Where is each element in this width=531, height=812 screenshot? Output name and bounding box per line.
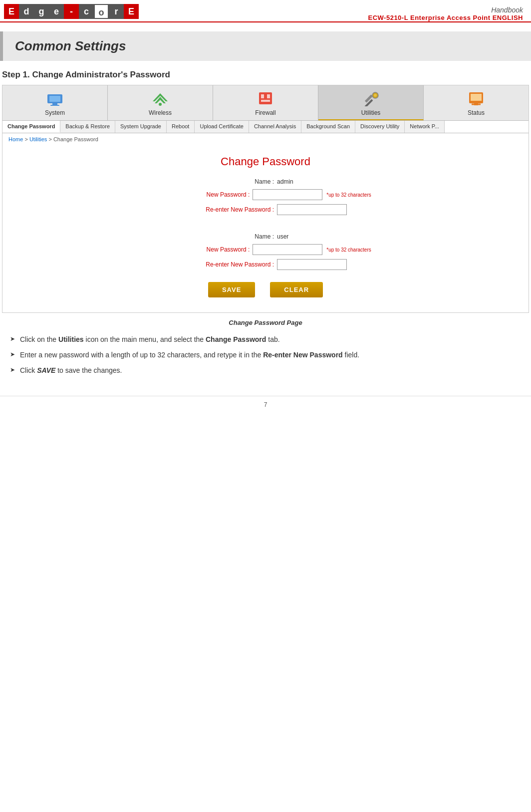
svg-rect-8 (261, 94, 264, 98)
page-number: 7 (264, 401, 267, 408)
sub-tab-upload-cert[interactable]: Upload Certificate (195, 121, 249, 133)
nav-label-firewall: Firewall (255, 109, 275, 116)
svg-rect-10 (261, 100, 270, 102)
page-title: Change Password (22, 155, 509, 168)
step-heading: Step 1. Change Administrator's Password (0, 70, 531, 80)
admin-name-value: admin (277, 178, 347, 185)
utilities-icon (361, 89, 381, 107)
admin-new-password-row: New Password : *up to 32 characters (22, 189, 509, 200)
instruction-3-text-plain: Click (20, 366, 37, 374)
instruction-1-bold2: Change Password (206, 335, 266, 343)
svg-rect-1 (49, 96, 60, 102)
nav-label-utilities: Utilities (361, 109, 381, 116)
nav-item-status[interactable]: Status (424, 85, 529, 120)
svg-point-6 (159, 103, 162, 106)
sub-tab-change-password[interactable]: Change Password (2, 121, 60, 133)
user-reenter-label: Re-enter New Password : (184, 261, 274, 268)
logo-box: E d g e - c o r E (4, 4, 139, 19)
user-section: Name : user New Password : *up to 32 cha… (22, 233, 509, 270)
user-new-password-row: New Password : *up to 32 characters (22, 244, 509, 255)
status-icon (466, 89, 486, 107)
admin-reenter-row: Re-enter New Password : (22, 204, 509, 215)
handbook-label: Handbook (368, 6, 523, 14)
instruction-3-italic-bold: SAVE (37, 366, 55, 374)
sub-tab-backup-restore[interactable]: Backup & Restore (60, 121, 115, 133)
instruction-3: Click SAVE to save the changes. (10, 365, 521, 376)
user-name-label: Name : (184, 233, 274, 240)
user-new-password-hint: *up to 32 characters (326, 247, 371, 253)
sub-tabs: Change Password Backup & Restore System … (2, 121, 529, 133)
sub-tab-discovery-utility[interactable]: Discovery Utility (355, 121, 405, 133)
svg-rect-9 (267, 94, 270, 98)
nav-label-status: Status (468, 109, 485, 116)
breadcrumb-home[interactable]: Home (8, 136, 23, 142)
instruction-1-text-mid: icon on the main menu, and select the (84, 335, 206, 343)
breadcrumb-sep2: > (48, 136, 53, 142)
instruction-3-text-end: to save the changes. (55, 366, 122, 374)
banner-title: Common Settings (15, 38, 519, 54)
svg-point-13 (374, 94, 377, 97)
nav-label-system: System (45, 109, 65, 116)
logo-letter-E2: E (124, 4, 139, 19)
logo-letter-e: e (49, 4, 64, 19)
firewall-icon (256, 89, 275, 107)
system-icon (45, 89, 65, 107)
user-name-value: user (277, 233, 347, 240)
sub-tab-channel-analysis[interactable]: Channel Analysis (249, 121, 301, 133)
nav-item-wireless[interactable]: Wireless (108, 85, 213, 120)
logo-letter-E1: E (4, 4, 19, 19)
user-new-password-input[interactable] (253, 244, 322, 255)
admin-reenter-label: Re-enter New Password : (184, 206, 274, 213)
instruction-2-text-plain: Enter a new password with a length of up… (20, 351, 263, 359)
caption: Change Password Page (0, 319, 531, 326)
user-reenter-row: Re-enter New Password : (22, 259, 509, 270)
admin-name-row: Name : admin (22, 178, 509, 185)
logo-letter-o: o (94, 4, 109, 19)
language-label: ENGLISH (493, 14, 523, 21)
clear-button[interactable]: CLEAR (270, 282, 323, 297)
svg-rect-2 (52, 103, 57, 105)
logo-letter-c: c (79, 4, 94, 19)
logo-letter-g: g (34, 4, 49, 19)
sub-tab-background-scan[interactable]: Background Scan (301, 121, 355, 133)
footer: 7 (0, 396, 531, 413)
breadcrumb-current: Change Password (53, 136, 98, 142)
admin-section: Name : admin New Password : *up to 32 ch… (22, 178, 509, 215)
instructions: Click on the Utilities icon on the main … (0, 334, 531, 376)
admin-new-password-input[interactable] (253, 189, 322, 200)
ui-screenshot: System Wireless Firewall (2, 85, 529, 313)
sub-tab-reboot[interactable]: Reboot (167, 121, 195, 133)
admin-reenter-input[interactable] (277, 204, 347, 215)
sub-tab-network[interactable]: Network P... (405, 121, 445, 133)
svg-rect-18 (474, 103, 478, 105)
logo-letter-dash: - (64, 4, 79, 19)
svg-rect-16 (471, 94, 482, 101)
instruction-2-bold: Re-enter New Password (263, 351, 343, 359)
wireless-icon (150, 89, 170, 107)
main-nav: System Wireless Firewall (2, 85, 529, 121)
model-text: ECW-5210-L Enterprise Access Point (368, 14, 491, 21)
user-reenter-input[interactable] (277, 259, 347, 270)
instruction-2-text-end: field. (343, 351, 359, 359)
header-model: ECW-5210-L Enterprise Access Point ENGLI… (368, 14, 523, 21)
button-row: SAVE CLEAR (22, 282, 509, 297)
instruction-1-text-end: tab. (266, 335, 279, 343)
instruction-1-bold1: Utilities (58, 335, 84, 343)
nav-item-system[interactable]: System (2, 85, 108, 120)
breadcrumb-sep1: > (24, 136, 29, 142)
breadcrumb: Home > Utilities > Change Password (2, 133, 529, 145)
admin-name-label: Name : (184, 178, 274, 185)
header-right: Handbook ECW-5210-L Enterprise Access Po… (368, 4, 523, 21)
save-button[interactable]: SAVE (208, 282, 255, 297)
sub-tab-system-upgrade[interactable]: System Upgrade (115, 121, 167, 133)
instruction-2: Enter a new password with a length of up… (10, 350, 521, 360)
svg-rect-3 (50, 105, 59, 106)
breadcrumb-utilities[interactable]: Utilities (29, 136, 47, 142)
nav-item-firewall[interactable]: Firewall (213, 85, 318, 120)
nav-label-wireless: Wireless (149, 109, 172, 116)
common-settings-banner: Common Settings (0, 31, 531, 61)
instruction-1: Click on the Utilities icon on the main … (10, 334, 521, 345)
logo: E d g e - c o r E (4, 4, 139, 19)
nav-item-utilities[interactable]: Utilities (318, 85, 424, 120)
svg-rect-7 (259, 92, 272, 104)
